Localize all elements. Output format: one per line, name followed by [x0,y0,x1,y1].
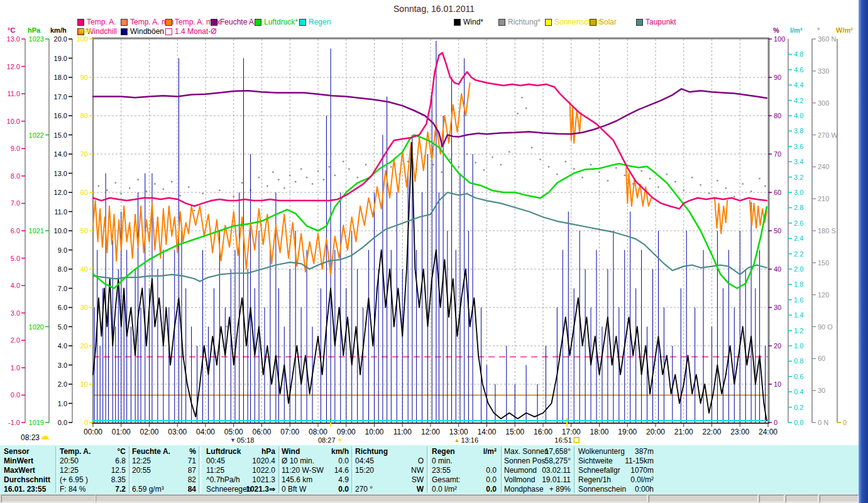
sunset-icon [573,437,580,443]
table-info-value: 11-15km [625,456,654,465]
series-windchill [715,198,727,234]
axis-label-minutes: 80 [80,112,88,119]
axis-label-pct: 50 [774,227,781,235]
axis-label-minutes: 10 [80,380,88,388]
axis-label-celsius: 11.0 [7,90,20,97]
marker-time: 08:27 [318,436,336,444]
axis-label-pct: 10 [774,380,781,388]
table-row-label: Durchschnitt [4,475,50,484]
axis-label-kmh: 18.0 [54,74,67,81]
series-dot-richtung [317,170,319,172]
series-dot-richtung [700,184,701,185]
series-dot-richtung [226,326,227,327]
x-axis-label: 16:00 [534,428,552,436]
series-dot-richtung [666,174,667,175]
x-axis-label: 03:00 [168,428,187,436]
table-cell-value: 87 [188,466,196,475]
axis-label-hpa: 1022 [29,131,44,139]
table-cell-value: NW [411,466,424,475]
series-dot-richtung [154,183,155,184]
table-col-header: Wind [282,447,300,456]
weather-chart: 13.012.011.010.09.08.07.06.05.04.03.02.0… [0,0,868,446]
series-dot-richtung [475,162,476,163]
series-dot-richtung [432,164,434,165]
series-dot-richtung [258,177,260,178]
axis-label-minutes: 90 [80,74,88,81]
axis-label-minutes: 100 [77,35,88,43]
table-col-header: Luftdruck [206,447,241,456]
x-axis-label: 19:00 [618,428,637,436]
table-cell-value: 1021.3⇒ [246,485,275,494]
axis-label-kmh: 8.0 [58,265,67,273]
table-info-value: 0.0l/m² [630,475,654,484]
table-col-header: Feuchte A. [132,447,170,456]
axis-label-pct: 60 [774,189,781,196]
series-dot-richtung [525,108,527,109]
series-dot-richtung [194,210,195,211]
dawn-time-label: 08:23 [21,433,40,442]
axis-label-kmh: 14.0 [54,150,67,158]
table-cell-value: 14.6 [334,466,349,475]
series-dot-richtung [272,172,273,173]
table-info-label: Schneefallgr [578,466,620,475]
table-cell-value: 1020.4 [252,456,275,465]
axis-label-kmh: 16.0 [54,112,67,119]
table-separator [574,446,576,493]
x-axis-label: 17:00 [562,428,581,436]
series-dot-richtung [548,166,549,167]
series-dot-richtung [283,187,285,189]
table-info-value: 1070m [630,466,654,475]
axis-label-lm2: 2.0 [794,265,803,273]
series-dot-richtung [750,191,752,192]
series-dot-richtung [163,189,164,190]
axis-label-lm2: 3.0 [794,189,803,196]
axis-label-deg: 240 [818,163,829,170]
series-dot-richtung [106,189,107,191]
table-row-label: 16.01. 23:55 [4,485,46,494]
table-cell-label: 11:25 [206,466,224,475]
series-dot-richtung [500,164,502,165]
table-col-unit: km/h [331,447,349,456]
series-dot-richtung [306,177,307,178]
series-dot-richtung [691,177,693,178]
table-cell-label: 20:55 [132,466,151,475]
axis-label-lm2: 4.2 [794,97,803,104]
axis-label-lm2: 4.6 [794,66,803,74]
series-dot-richtung [674,181,676,182]
series-dot-richtung [717,180,718,181]
x-axis-label: 11:00 [393,428,412,436]
table-separator [278,446,281,493]
axis-label-lm2: 2.2 [794,250,803,258]
axis-label-deg: 90 O [818,323,833,331]
series-dot-richtung [521,97,522,98]
table-cell-value: SW [412,475,424,484]
series-dot-richtung [343,161,344,162]
axis-label-lm2: 3.2 [794,174,803,181]
table-info-value: 03.02.11 [542,466,571,475]
axis-label-lm2: 2.6 [794,219,803,227]
table-info-label: Sichtweite [578,456,613,465]
axis-label-pct: 40 [774,265,781,273]
series-dot-richtung [598,172,600,173]
axis-label-minutes: 70 [80,150,88,158]
axis-label-celsius: -1.0 [8,419,20,426]
axis-label-kmh: 17.0 [54,93,67,101]
marker-moonset: ▼05:18 [230,436,254,444]
table-info-value: 0:00h [635,485,654,494]
series-dot-richtung [295,181,296,182]
table-separator [129,446,131,493]
status-panel [1,495,96,502]
axis-label-deg: 150 [818,259,829,267]
axis-label-deg: 330 [818,67,829,75]
table-separator [351,446,354,493]
series-dot-richtung [531,147,532,148]
table-sensor-header: Sensor [4,447,30,456]
series-wind [93,143,767,421]
marker-time: 05:18 [237,436,255,444]
table-cell-label: Gesamt: [432,475,460,484]
axis-label-kmh: 9.0 [58,246,67,254]
status-panel [820,495,859,502]
axis-label-pct: 90 [774,74,781,81]
status-panel [759,495,784,502]
x-axis-label: 04:00 [196,428,215,436]
